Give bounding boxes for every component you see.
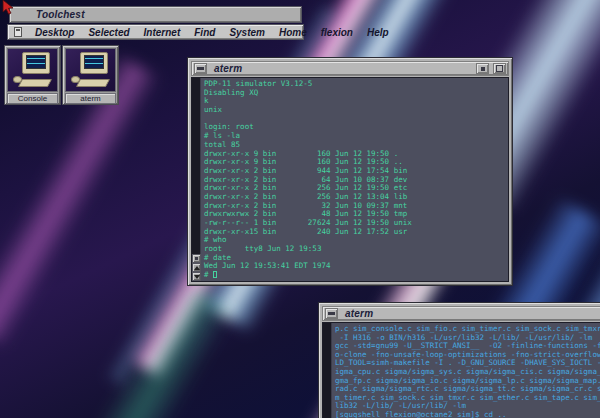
icon-label-aterm: aterm: [65, 93, 116, 104]
menu-item-flexion[interactable]: flexion: [314, 27, 360, 38]
toolchest-titlebar[interactable]: Toolchest: [9, 6, 302, 23]
menu-item-help[interactable]: Help: [360, 27, 396, 38]
desktop: Toolchest Desktop Selected Internet Find…: [0, 0, 600, 418]
scrollbar[interactable]: [192, 78, 201, 281]
menu-item-selected[interactable]: Selected: [81, 27, 136, 38]
icon-monitor-part: [22, 52, 50, 74]
toolchest-menu-icon[interactable]: [14, 27, 22, 37]
window-menu-button[interactable]: [325, 308, 338, 319]
icon-monitor-part: [80, 52, 108, 74]
toolchest-title: Toolchest: [10, 9, 301, 20]
terminal-line: # ls -la: [204, 132, 508, 141]
icon-keyboard-part: [76, 79, 110, 87]
window-menu-button[interactable]: [194, 63, 207, 74]
menu-item-find[interactable]: Find: [187, 27, 222, 38]
terminal-line: Wed Jun 12 19:53:41 EDT 1974: [204, 262, 508, 271]
menu-item-desktop[interactable]: Desktop: [28, 27, 81, 38]
aterm-computer-icon: [65, 48, 116, 92]
terminal-screen-bottom[interactable]: p.c sim_console.c sim_fio.c sim_timer.c …: [332, 323, 600, 418]
aterm-window-bottom: aterm p.c sim_console.c sim_fio.c sim_ti…: [318, 302, 600, 418]
maximize-button[interactable]: [493, 63, 506, 74]
menu-item-home[interactable]: Home: [272, 27, 314, 38]
desktop-icon-aterm[interactable]: aterm: [62, 45, 119, 105]
minimize-icon: [481, 67, 485, 71]
aterm-window-main: aterm PDP-11 simulator V3.12-5 Disabling…: [187, 57, 513, 286]
menu-item-internet[interactable]: Internet: [137, 27, 188, 38]
scroll-up-button[interactable]: [192, 263, 201, 272]
terminal-line: unix: [204, 106, 508, 115]
arrow-up-icon: [194, 266, 200, 270]
terminal-line: Disabling XQ: [204, 89, 508, 98]
menu-item-system[interactable]: System: [222, 27, 272, 38]
mouse-pointer-icon: [2, 0, 15, 15]
light-streak: [65, 279, 235, 418]
arrow-down-icon: [194, 275, 200, 279]
text-cursor: [213, 271, 217, 278]
terminal-line: [sgugshell flexion@octane2 sim]$ cd ..: [335, 411, 600, 418]
icon-keyboard-part: [18, 79, 52, 87]
menu-dash-icon: [197, 67, 204, 70]
minimize-button[interactable]: [476, 63, 489, 74]
scroll-down-button[interactable]: [192, 272, 201, 281]
aterm-main-titlebar[interactable]: aterm: [191, 61, 509, 76]
terminal-line: login: root: [204, 123, 508, 132]
terminal-line: k: [204, 97, 508, 106]
window-title: aterm: [209, 63, 474, 74]
menu-dash-icon: [328, 312, 335, 315]
terminal-line: drwxr-xr-x15 bin 240 Jun 12 17:52 usr: [204, 228, 508, 237]
prompt-line: #: [204, 271, 508, 280]
toolchest-menubar: Desktop Selected Internet Find System Ho…: [7, 24, 304, 40]
console-computer-icon: [7, 48, 58, 92]
maximize-icon: [496, 65, 503, 72]
window-title: aterm: [340, 308, 600, 319]
scrollbar-thumb[interactable]: [192, 254, 201, 263]
terminal-line: root tty8 Jun 12 19:53: [204, 245, 508, 254]
thumb-dot-icon: [195, 257, 198, 260]
scrollbar[interactable]: [323, 323, 332, 418]
desktop-icon-console[interactable]: Console: [4, 45, 61, 105]
aterm-bottom-titlebar[interactable]: aterm: [322, 306, 600, 321]
icon-label-console: Console: [7, 93, 58, 104]
terminal-screen-main[interactable]: PDP-11 simulator V3.12-5 Disabling XQ k …: [201, 78, 508, 281]
